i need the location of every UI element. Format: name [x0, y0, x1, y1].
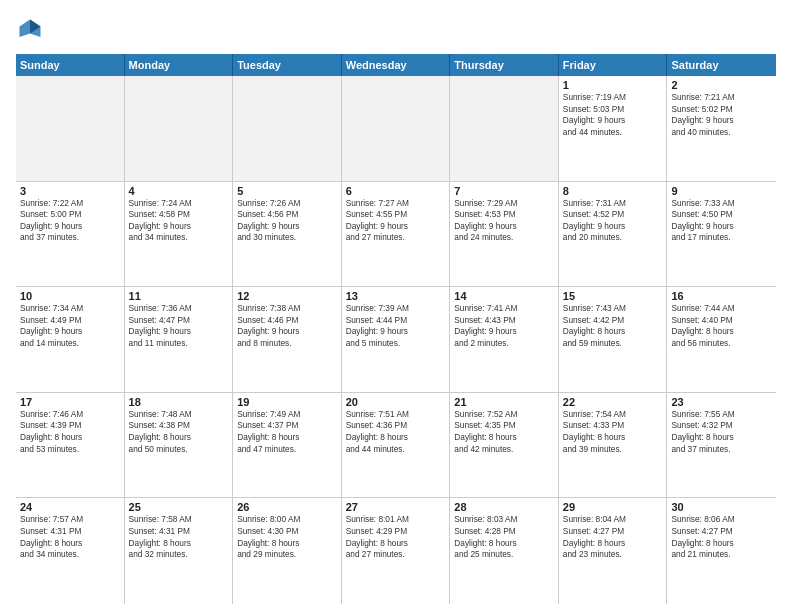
calendar-cell-4-4: 28Sunrise: 8:03 AM Sunset: 4:28 PM Dayli…: [450, 498, 559, 604]
calendar-cell-0-2: [233, 76, 342, 181]
day-info: Sunrise: 7:51 AM Sunset: 4:36 PM Dayligh…: [346, 409, 446, 455]
day-number: 26: [237, 501, 337, 513]
page: Sunday Monday Tuesday Wednesday Thursday…: [0, 0, 792, 612]
weekday-monday: Monday: [125, 54, 234, 76]
calendar-cell-2-3: 13Sunrise: 7:39 AM Sunset: 4:44 PM Dayli…: [342, 287, 451, 392]
calendar-cell-1-1: 4Sunrise: 7:24 AM Sunset: 4:58 PM Daylig…: [125, 182, 234, 287]
day-info: Sunrise: 7:22 AM Sunset: 5:00 PM Dayligh…: [20, 198, 120, 244]
day-info: Sunrise: 7:48 AM Sunset: 4:38 PM Dayligh…: [129, 409, 229, 455]
calendar-cell-4-5: 29Sunrise: 8:04 AM Sunset: 4:27 PM Dayli…: [559, 498, 668, 604]
weekday-tuesday: Tuesday: [233, 54, 342, 76]
calendar-body: 1Sunrise: 7:19 AM Sunset: 5:03 PM Daylig…: [16, 76, 776, 604]
day-info: Sunrise: 7:31 AM Sunset: 4:52 PM Dayligh…: [563, 198, 663, 244]
logo: [16, 16, 48, 44]
day-info: Sunrise: 8:00 AM Sunset: 4:30 PM Dayligh…: [237, 514, 337, 560]
calendar-cell-3-1: 18Sunrise: 7:48 AM Sunset: 4:38 PM Dayli…: [125, 393, 234, 498]
day-info: Sunrise: 7:29 AM Sunset: 4:53 PM Dayligh…: [454, 198, 554, 244]
day-info: Sunrise: 8:01 AM Sunset: 4:29 PM Dayligh…: [346, 514, 446, 560]
day-number: 7: [454, 185, 554, 197]
day-number: 13: [346, 290, 446, 302]
weekday-friday: Friday: [559, 54, 668, 76]
calendar-cell-1-3: 6Sunrise: 7:27 AM Sunset: 4:55 PM Daylig…: [342, 182, 451, 287]
day-number: 30: [671, 501, 772, 513]
day-number: 15: [563, 290, 663, 302]
calendar-cell-2-2: 12Sunrise: 7:38 AM Sunset: 4:46 PM Dayli…: [233, 287, 342, 392]
day-info: Sunrise: 8:04 AM Sunset: 4:27 PM Dayligh…: [563, 514, 663, 560]
day-number: 6: [346, 185, 446, 197]
day-info: Sunrise: 7:57 AM Sunset: 4:31 PM Dayligh…: [20, 514, 120, 560]
calendar-cell-4-6: 30Sunrise: 8:06 AM Sunset: 4:27 PM Dayli…: [667, 498, 776, 604]
calendar-cell-3-6: 23Sunrise: 7:55 AM Sunset: 4:32 PM Dayli…: [667, 393, 776, 498]
day-number: 27: [346, 501, 446, 513]
calendar-cell-2-1: 11Sunrise: 7:36 AM Sunset: 4:47 PM Dayli…: [125, 287, 234, 392]
day-info: Sunrise: 7:38 AM Sunset: 4:46 PM Dayligh…: [237, 303, 337, 349]
day-number: 12: [237, 290, 337, 302]
day-info: Sunrise: 8:06 AM Sunset: 4:27 PM Dayligh…: [671, 514, 772, 560]
day-number: 21: [454, 396, 554, 408]
day-info: Sunrise: 7:39 AM Sunset: 4:44 PM Dayligh…: [346, 303, 446, 349]
day-info: Sunrise: 7:46 AM Sunset: 4:39 PM Dayligh…: [20, 409, 120, 455]
calendar-cell-3-4: 21Sunrise: 7:52 AM Sunset: 4:35 PM Dayli…: [450, 393, 559, 498]
day-info: Sunrise: 7:33 AM Sunset: 4:50 PM Dayligh…: [671, 198, 772, 244]
calendar-cell-2-0: 10Sunrise: 7:34 AM Sunset: 4:49 PM Dayli…: [16, 287, 125, 392]
day-info: Sunrise: 7:55 AM Sunset: 4:32 PM Dayligh…: [671, 409, 772, 455]
day-number: 22: [563, 396, 663, 408]
weekday-saturday: Saturday: [667, 54, 776, 76]
header: [16, 16, 776, 44]
calendar-cell-0-6: 2Sunrise: 7:21 AM Sunset: 5:02 PM Daylig…: [667, 76, 776, 181]
day-number: 19: [237, 396, 337, 408]
calendar-cell-0-4: [450, 76, 559, 181]
calendar-cell-4-0: 24Sunrise: 7:57 AM Sunset: 4:31 PM Dayli…: [16, 498, 125, 604]
day-info: Sunrise: 7:34 AM Sunset: 4:49 PM Dayligh…: [20, 303, 120, 349]
day-number: 5: [237, 185, 337, 197]
week-row-1: 1Sunrise: 7:19 AM Sunset: 5:03 PM Daylig…: [16, 76, 776, 182]
day-number: 2: [671, 79, 772, 91]
day-info: Sunrise: 7:24 AM Sunset: 4:58 PM Dayligh…: [129, 198, 229, 244]
calendar-cell-1-6: 9Sunrise: 7:33 AM Sunset: 4:50 PM Daylig…: [667, 182, 776, 287]
day-number: 1: [563, 79, 663, 91]
logo-icon: [16, 16, 44, 44]
day-number: 10: [20, 290, 120, 302]
calendar-cell-4-3: 27Sunrise: 8:01 AM Sunset: 4:29 PM Dayli…: [342, 498, 451, 604]
day-info: Sunrise: 7:54 AM Sunset: 4:33 PM Dayligh…: [563, 409, 663, 455]
week-row-5: 24Sunrise: 7:57 AM Sunset: 4:31 PM Dayli…: [16, 498, 776, 604]
day-info: Sunrise: 7:58 AM Sunset: 4:31 PM Dayligh…: [129, 514, 229, 560]
calendar-cell-4-1: 25Sunrise: 7:58 AM Sunset: 4:31 PM Dayli…: [125, 498, 234, 604]
day-info: Sunrise: 7:41 AM Sunset: 4:43 PM Dayligh…: [454, 303, 554, 349]
calendar-cell-2-5: 15Sunrise: 7:43 AM Sunset: 4:42 PM Dayli…: [559, 287, 668, 392]
week-row-3: 10Sunrise: 7:34 AM Sunset: 4:49 PM Dayli…: [16, 287, 776, 393]
day-number: 20: [346, 396, 446, 408]
day-info: Sunrise: 7:49 AM Sunset: 4:37 PM Dayligh…: [237, 409, 337, 455]
day-info: Sunrise: 7:19 AM Sunset: 5:03 PM Dayligh…: [563, 92, 663, 138]
day-number: 14: [454, 290, 554, 302]
day-number: 25: [129, 501, 229, 513]
day-number: 3: [20, 185, 120, 197]
calendar-cell-3-0: 17Sunrise: 7:46 AM Sunset: 4:39 PM Dayli…: [16, 393, 125, 498]
week-row-2: 3Sunrise: 7:22 AM Sunset: 5:00 PM Daylig…: [16, 182, 776, 288]
day-info: Sunrise: 7:43 AM Sunset: 4:42 PM Dayligh…: [563, 303, 663, 349]
calendar-cell-3-3: 20Sunrise: 7:51 AM Sunset: 4:36 PM Dayli…: [342, 393, 451, 498]
calendar: Sunday Monday Tuesday Wednesday Thursday…: [16, 54, 776, 604]
calendar-cell-0-0: [16, 76, 125, 181]
calendar-cell-3-2: 19Sunrise: 7:49 AM Sunset: 4:37 PM Dayli…: [233, 393, 342, 498]
day-number: 29: [563, 501, 663, 513]
calendar-cell-1-4: 7Sunrise: 7:29 AM Sunset: 4:53 PM Daylig…: [450, 182, 559, 287]
day-info: Sunrise: 7:26 AM Sunset: 4:56 PM Dayligh…: [237, 198, 337, 244]
calendar-cell-0-1: [125, 76, 234, 181]
day-number: 28: [454, 501, 554, 513]
day-number: 17: [20, 396, 120, 408]
day-info: Sunrise: 7:27 AM Sunset: 4:55 PM Dayligh…: [346, 198, 446, 244]
day-info: Sunrise: 7:21 AM Sunset: 5:02 PM Dayligh…: [671, 92, 772, 138]
week-row-4: 17Sunrise: 7:46 AM Sunset: 4:39 PM Dayli…: [16, 393, 776, 499]
day-number: 16: [671, 290, 772, 302]
calendar-cell-2-6: 16Sunrise: 7:44 AM Sunset: 4:40 PM Dayli…: [667, 287, 776, 392]
day-number: 4: [129, 185, 229, 197]
weekday-sunday: Sunday: [16, 54, 125, 76]
weekday-wednesday: Wednesday: [342, 54, 451, 76]
day-number: 18: [129, 396, 229, 408]
day-number: 8: [563, 185, 663, 197]
calendar-cell-4-2: 26Sunrise: 8:00 AM Sunset: 4:30 PM Dayli…: [233, 498, 342, 604]
day-number: 11: [129, 290, 229, 302]
day-info: Sunrise: 8:03 AM Sunset: 4:28 PM Dayligh…: [454, 514, 554, 560]
calendar-cell-1-5: 8Sunrise: 7:31 AM Sunset: 4:52 PM Daylig…: [559, 182, 668, 287]
